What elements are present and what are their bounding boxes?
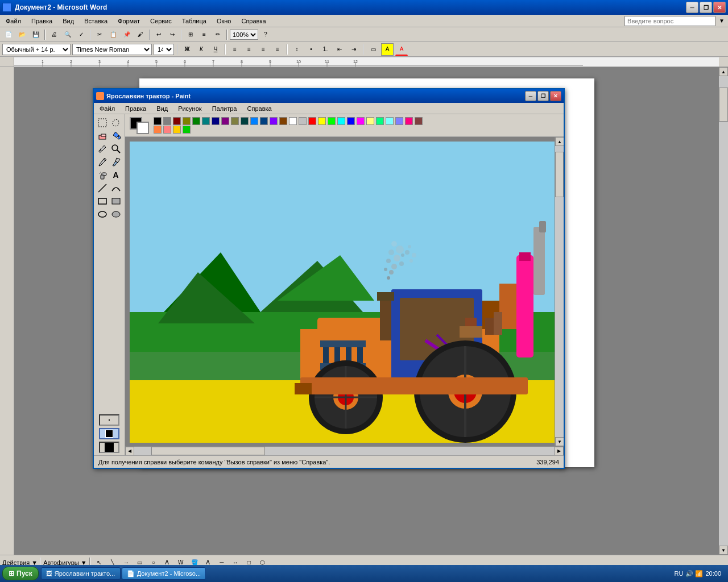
palette-color-11[interactable] — [260, 117, 268, 125]
paint-scrollbar-horizontal[interactable]: ◀ ▶ — [125, 446, 564, 455]
paint-restore-button[interactable]: ❐ — [537, 91, 549, 101]
palette-color-14[interactable] — [289, 117, 297, 125]
underline-button[interactable]: Ч — [209, 43, 222, 56]
word-menu-window[interactable]: Окно — [212, 16, 236, 26]
paint-scroll-track[interactable] — [555, 146, 564, 437]
paint-menu-edit[interactable]: Правка — [121, 105, 151, 113]
word-menu-table[interactable]: Таблица — [177, 16, 211, 26]
palette-color-4[interactable] — [192, 117, 200, 125]
palette-color-0[interactable] — [154, 117, 162, 125]
paint-menu-help[interactable]: Справка — [243, 105, 276, 113]
palette-color-21[interactable] — [357, 117, 365, 125]
palette-color-20[interactable] — [347, 117, 355, 125]
palette-color-27[interactable] — [415, 117, 423, 125]
word-menu-edit[interactable]: Правка — [27, 16, 57, 26]
table-button[interactable]: ⊞ — [184, 28, 197, 41]
style-select[interactable]: Обычный + 14 р. — [2, 44, 71, 55]
palette-color-24[interactable] — [386, 117, 394, 125]
tool-select-free[interactable] — [110, 117, 122, 129]
palette-color-6[interactable] — [212, 117, 220, 125]
columns-button[interactable]: ≡ — [198, 28, 210, 41]
copy-button[interactable]: 📋 — [107, 28, 119, 41]
word-restore-button[interactable]: ❐ — [700, 2, 712, 13]
word-menu-help[interactable]: Справка — [237, 16, 270, 26]
palette-color-10[interactable] — [250, 117, 258, 125]
palette-color-31[interactable] — [183, 126, 191, 134]
line-spacing-button[interactable]: ↕ — [291, 43, 303, 56]
spellcheck-button[interactable]: ✓ — [75, 28, 88, 41]
palette-color-2[interactable] — [173, 117, 181, 125]
align-left-button[interactable]: ≡ — [229, 43, 241, 56]
tool-size-small[interactable] — [99, 414, 119, 426]
numbering-button[interactable]: 1. — [319, 43, 332, 56]
tool-ellipse-outline[interactable] — [96, 208, 109, 221]
palette-color-3[interactable] — [183, 117, 191, 125]
palette-color-5[interactable] — [202, 117, 210, 125]
increase-indent-button[interactable]: ⇥ — [348, 43, 360, 56]
palette-color-8[interactable] — [231, 117, 239, 125]
tool-text[interactable]: A — [110, 169, 122, 181]
paint-scroll-left[interactable]: ◀ — [125, 447, 134, 456]
palette-color-9[interactable] — [241, 117, 249, 125]
palette-color-19[interactable] — [337, 117, 345, 125]
justify-button[interactable]: ≡ — [271, 43, 284, 56]
paint-h-scroll-track[interactable] — [134, 447, 555, 455]
tool-eraser[interactable] — [96, 130, 109, 142]
taskbar-item-paint[interactable]: 🖼 Ярославкин тракто... — [41, 567, 121, 580]
start-button[interactable]: ⊞ Пуск — [2, 567, 39, 580]
paint-menu-palette[interactable]: Палитра — [208, 105, 242, 113]
preview-button[interactable]: 🔍 — [61, 28, 74, 41]
word-search-input[interactable] — [624, 16, 715, 26]
taskbar-item-word[interactable]: 📄 Документ2 - Microso... — [122, 567, 206, 580]
palette-color-23[interactable] — [376, 117, 384, 125]
paint-menu-file[interactable]: Файл — [95, 105, 119, 113]
word-search-button[interactable]: ▼ — [717, 18, 727, 24]
tool-brush[interactable] — [110, 156, 122, 168]
paint-minimize-button[interactable]: ─ — [525, 91, 536, 101]
paint-scroll-up[interactable]: ▲ — [555, 137, 564, 146]
word-scrollbar-vertical[interactable]: ▲ ▼ — [719, 67, 728, 555]
italic-button[interactable]: К — [195, 43, 208, 56]
border-button[interactable]: ▭ — [367, 43, 379, 56]
font-color-button[interactable]: A — [395, 43, 408, 56]
palette-color-17[interactable] — [318, 117, 326, 125]
paint-scroll-right[interactable]: ▶ — [555, 447, 564, 456]
cut-button[interactable]: ✂ — [93, 28, 106, 41]
zoom-select[interactable]: 100% — [230, 30, 258, 40]
scroll-down-button[interactable]: ▼ — [719, 546, 728, 555]
font-size-select[interactable]: 14 — [154, 44, 174, 55]
palette-color-29[interactable] — [163, 126, 171, 134]
tool-rect-outline[interactable] — [96, 195, 109, 207]
paste-button[interactable]: 📌 — [121, 28, 133, 41]
paint-close-button[interactable]: ✕ — [550, 91, 561, 101]
paint-menu-view[interactable]: Вид — [152, 105, 172, 113]
new-button[interactable]: 📄 — [2, 28, 15, 41]
palette-color-28[interactable] — [154, 126, 162, 134]
paint-scroll-thumb[interactable] — [555, 152, 564, 197]
align-right-button[interactable]: ≡ — [257, 43, 270, 56]
tool-rect-fill[interactable] — [110, 195, 122, 207]
paint-menu-image[interactable]: Рисунок — [173, 105, 206, 113]
scroll-track[interactable] — [719, 76, 728, 546]
palette-color-13[interactable] — [279, 117, 287, 125]
help-button[interactable]: ? — [259, 28, 272, 41]
paint-canvas-scroll[interactable] — [125, 137, 555, 446]
palette-color-1[interactable] — [163, 117, 171, 125]
palette-color-15[interactable] — [299, 117, 307, 125]
paint-canvas[interactable] — [130, 142, 555, 443]
tool-magnifier[interactable] — [110, 143, 122, 155]
print-button[interactable]: 🖨 — [48, 28, 60, 41]
tool-curve[interactable] — [110, 182, 122, 194]
scroll-thumb[interactable] — [719, 88, 728, 122]
palette-color-16[interactable] — [308, 117, 316, 125]
scroll-up-button[interactable]: ▲ — [719, 67, 728, 76]
format-painter-button[interactable]: 🖌 — [134, 28, 147, 41]
tool-select-rect[interactable] — [96, 117, 109, 129]
undo-button[interactable]: ↩ — [152, 28, 165, 41]
palette-background[interactable] — [136, 122, 149, 134]
paint-scroll-down[interactable]: ▼ — [555, 437, 564, 446]
open-button[interactable]: 📂 — [16, 28, 28, 41]
palette-color-18[interactable] — [328, 117, 336, 125]
paint-h-scroll-thumb[interactable] — [151, 447, 265, 455]
decrease-indent-button[interactable]: ⇤ — [333, 43, 346, 56]
